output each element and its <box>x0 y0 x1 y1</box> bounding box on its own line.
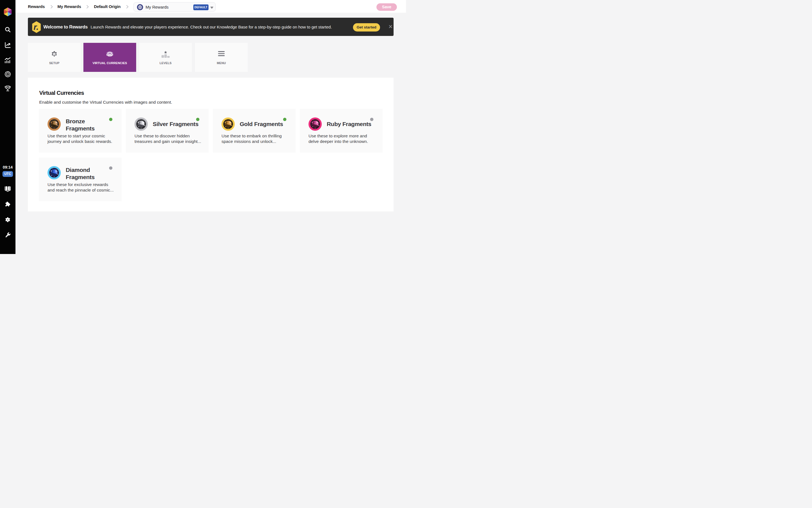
svg-text:r.: r. <box>34 23 39 32</box>
